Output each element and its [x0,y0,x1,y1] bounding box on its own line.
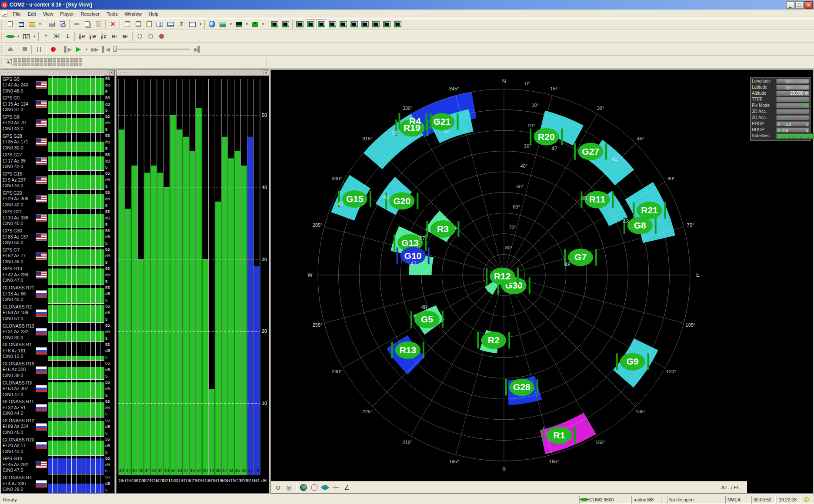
warmstart-button[interactable]: W [88,31,98,41]
toolbar-grip[interactable] [1,58,3,66]
menu-item-receiver[interactable]: Receiver [77,10,103,18]
database-import-button[interactable] [133,19,143,29]
clear-button[interactable]: × [108,19,118,29]
panel-grip[interactable] [3,72,16,74]
configuration-view-icon [340,21,347,27]
deviation-map-button[interactable] [280,19,291,29]
map-view-dropdown-icon[interactable]: ▾ [229,19,234,29]
receiver-config-gear-button[interactable] [146,31,156,41]
scale-min: 5 [105,184,114,189]
zoom-rings-large-button[interactable]: ◎ [284,482,294,492]
toolbar-grip[interactable] [1,33,3,40]
sky-plain-mode-button[interactable] [309,482,320,492]
camera-view-button[interactable] [270,19,280,29]
chart-view-button[interactable] [234,19,244,29]
print-preview-button[interactable] [57,19,68,29]
stop-button[interactable] [20,44,30,54]
menu-item-help[interactable]: Help [145,10,162,18]
statistic-sum-button[interactable]: Σ [177,19,187,29]
pause-button[interactable] [34,44,44,54]
configuration-view-button[interactable] [338,19,349,29]
toolbar-grip[interactable] [1,20,3,28]
packet-console-button[interactable] [295,19,305,29]
minimize-button[interactable]: _ [786,1,794,9]
play-button[interactable]: ▶ [73,44,84,54]
connect-button[interactable] [5,31,16,41]
coldstart-button[interactable]: C [99,31,109,41]
menu-item-file[interactable]: File [10,10,24,18]
menu-item-edit[interactable]: Edit [24,10,40,18]
close-satellite-panel-button[interactable]: × [109,70,114,75]
satellite-elaz: El 42 Az 289 [3,272,34,278]
table-view-button[interactable] [187,19,198,29]
sky-plain-mode-icon [311,484,318,491]
sky-view-window-button[interactable] [393,19,403,29]
map-view-button[interactable] [218,19,228,29]
skip-to-end-button[interactable]: ▶▌ [193,44,203,54]
database-log-button[interactable] [144,19,154,29]
close-histogram-panel-button[interactable]: × [264,70,268,75]
save-button[interactable] [16,19,27,29]
elevation-mask-button[interactable]: ∠ [341,482,352,492]
firmware-download-button[interactable]: ↓ [63,31,73,41]
map-window-button[interactable] [371,19,381,29]
zoom-rings-small-button[interactable]: ⊙ [273,482,284,492]
message-config-gear-button[interactable] [135,31,145,41]
menu-item-player[interactable]: Player [57,10,77,18]
position-slider[interactable] [113,46,190,53]
text-console-button[interactable] [317,19,327,29]
reset-n-button[interactable]: N+ [110,31,120,41]
messages-view-button[interactable] [327,19,338,29]
satellite-cn0: C/N0 29.0 [3,487,34,493]
dock-messages-icon[interactable]: tb [5,59,12,65]
fast-forward-button[interactable]: ▶▶ [90,44,100,54]
copy-button[interactable] [83,19,93,29]
table-view-dropdown-icon[interactable]: ▾ [198,19,203,29]
baudrate-button[interactable]: ∏∏ [21,31,32,41]
print-button[interactable] [47,19,57,29]
us-flag-icon [36,119,47,127]
open-dropdown-icon[interactable]: ▾ [38,19,43,29]
azimuth-line-345 [456,96,503,273]
menu-item-window[interactable]: Window [121,10,145,18]
histogram-view-button[interactable] [250,19,260,29]
skip-to-begin-button[interactable]: ▌◀ [100,44,111,54]
open-button[interactable] [27,19,37,29]
statistic-view-button[interactable] [349,19,360,29]
sky-color-mode-button[interactable] [298,482,309,492]
axis-label-20: 20 [262,328,267,334]
chart-view-dropdown-icon[interactable]: ▾ [245,19,250,29]
paste-button[interactable] [93,19,104,29]
toolbar-grip[interactable] [1,45,3,53]
new-file-button[interactable] [5,19,16,29]
menu-item-view[interactable]: View [40,10,57,18]
signal-bar-gridlines [48,456,104,474]
close-button[interactable]: × [804,1,813,9]
assist-config-gear-button[interactable] [157,31,167,41]
play-dropdown-icon[interactable]: ▾ [84,44,89,54]
cut-button[interactable]: ✂ [72,19,82,29]
autobauding-button[interactable]: * [41,31,51,41]
step-forward-button[interactable]: ▌▶ [63,44,73,54]
binary-console-button[interactable] [306,19,316,29]
eject-button[interactable] [5,44,16,54]
menu-item-tools[interactable]: Tools [103,10,121,18]
baudrate-dropdown-icon[interactable]: ▾ [32,31,37,41]
split-horizontal-button[interactable] [155,19,165,29]
database-export-button[interactable] [122,19,133,29]
reset-m-button[interactable]: M+ [120,31,131,41]
slider-thumb[interactable] [113,46,117,52]
compass-orientation-button[interactable] [330,482,341,492]
record-button[interactable] [48,44,59,54]
hotstart-button[interactable]: H [77,31,87,41]
maximize-button[interactable]: □ [795,1,804,9]
histogram-view-dropdown-icon[interactable]: ▾ [261,19,266,29]
debug-messages-button[interactable]: Ж [52,31,62,41]
panel-grip[interactable] [118,72,131,74]
google-earth-button[interactable] [207,19,217,29]
table-window-button[interactable] [360,19,370,29]
connect-dropdown-icon[interactable]: ▾ [16,31,21,41]
orbit-trail-button[interactable] [320,482,330,492]
split-vertical-button[interactable] [166,19,176,29]
chart-window-button[interactable] [382,19,392,29]
